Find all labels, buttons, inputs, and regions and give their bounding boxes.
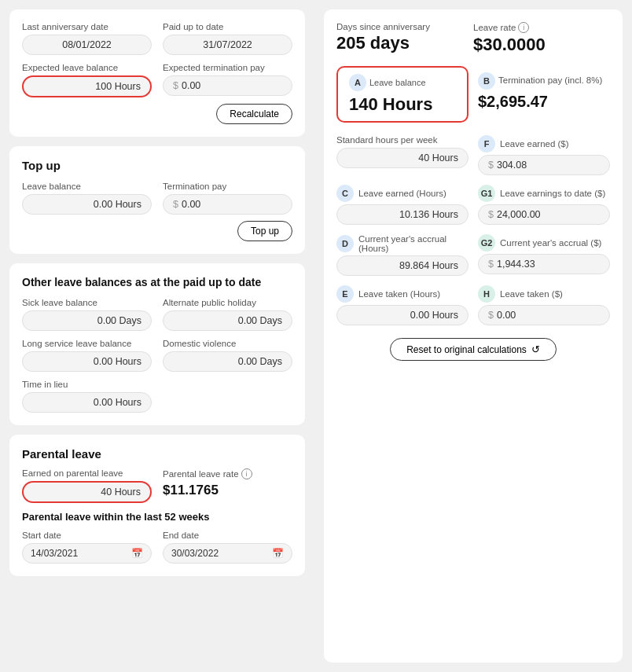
parental-leave-rate-info-icon[interactable]: i [241,468,252,479]
topup-dollar-symbol: $ [173,199,178,210]
leave-earnings-to-date-header: G1 Leave earnings to date ($) [478,185,610,202]
leave-taken-hours-value[interactable]: 0.00 Hours [336,305,468,325]
start-date-label: Start date [22,531,152,540]
leave-balance-label: Leave balance [369,78,426,87]
standard-hours-label: Standard hours per week [336,135,468,145]
leave-earned-dollar-amount: 304.08 [497,160,527,171]
standard-hours-value[interactable]: 40 Hours [336,148,468,168]
current-year-accrual-dollars-field: G2 Current year's accrual ($) $ 1,944.33 [478,234,610,276]
topup-termination-pay-label: Termination pay [163,182,292,191]
alt-public-holiday-value[interactable]: 0.00 Days [163,310,292,331]
leave-earned-hours-field: C Leave earned (Hours) 10.136 Hours [336,185,468,225]
accrual-dollar-sym: $ [488,259,494,270]
leave-earnings-dollar-sym: $ [488,209,494,220]
leave-taken-dollars-value[interactable]: $ 0.00 [478,305,610,325]
domestic-violence-field: Domestic violence 0.00 Days [163,339,292,372]
current-year-accrual-hours-label: Current year's accrual (Hours) [358,234,468,253]
expected-termination-pay-value[interactable]: $ 0.00 [163,75,292,96]
leave-earnings-to-date-badge: G1 [478,185,495,202]
leave-earnings-amount: 24,000.00 [497,209,541,220]
termination-pay-amount: 0.00 [182,80,200,91]
topup-title: Top up [22,159,292,172]
reset-icon: ↺ [531,343,540,355]
current-year-accrual-dollars-header: G2 Current year's accrual ($) [478,234,610,252]
dollar-symbol: $ [173,80,178,91]
leave-rate-label: Leave rate i [473,22,610,33]
expected-leave-balance-value[interactable]: 100 Hours [22,75,152,97]
alt-public-holiday-field: Alternate public holiday 0.00 Days [163,298,292,331]
parental-leave-rate-field: Parental leave rate i $11.1765 [163,468,292,503]
reset-btn-row: Reset to original calculations ↺ [336,338,610,361]
earned-on-parental-leave-field: Earned on parental leave 40 Hours [22,468,152,503]
leave-earnings-to-date-value[interactable]: $ 24,000.00 [478,204,610,225]
domestic-violence-value[interactable]: 0.00 Days [163,351,292,372]
topup-termination-pay-field: Termination pay $ 0.00 [163,182,292,215]
expected-termination-pay-label: Expected termination pay [163,63,292,72]
last-anniversary-field: Last anniversary date 08/01/2022 [22,22,152,55]
leave-taken-hours-header: E Leave taken (Hours) [336,285,468,303]
sick-leave-label: Sick leave balance [22,298,152,307]
last-anniversary-value[interactable]: 08/01/2022 [22,35,152,55]
expected-leave-balance-label: Expected leave balance [22,63,152,72]
leave-earned-dollars-header: F Leave earned ($) [478,135,610,152]
days-since-anniversary-stat: Days since anniversary 205 days [336,22,473,55]
leave-rate-stat: Leave rate i $30.0000 [473,22,610,55]
recalculate-button[interactable]: Recalculate [216,104,292,124]
parental-leave-rate-label: Parental leave rate i [163,468,292,479]
paid-up-to-date-label: Paid up to date [163,22,292,31]
termination-pay-label: Termination pay (incl. 8%) [498,75,602,85]
current-year-accrual-dollars-value[interactable]: $ 1,944.33 [478,254,610,274]
topup-leave-balance-value[interactable]: 0.00 Hours [22,194,152,215]
leave-rate-info-icon[interactable]: i [518,22,529,33]
time-in-lieu-field: Time in lieu 0.00 Hours [22,380,152,413]
leave-taken-dollar-amount: 0.00 [497,310,516,321]
earned-on-parental-leave-value[interactable]: 40 Hours [22,481,152,503]
paid-up-to-date-value[interactable]: 31/07/2022 [163,35,292,55]
current-year-accrual-hours-value[interactable]: 89.864 Hours [336,255,468,276]
end-date-calendar-icon: 📅 [272,548,284,559]
end-date-value: 30/03/2022 [171,548,219,559]
leave-taken-hours-badge: E [336,285,354,303]
leave-taken-hours-label: Leave taken (Hours) [358,289,440,299]
start-date-field: Start date 14/03/2021 📅 [22,531,152,564]
leave-earned-dollars-value[interactable]: $ 304.08 [478,155,610,175]
termination-pay-badge: B [478,72,495,90]
leave-earnings-to-date-label: Leave earnings to date ($) [500,189,605,198]
leave-earned-dollars-field: F Leave earned ($) $ 304.08 [478,135,610,175]
reset-button[interactable]: Reset to original calculations ↺ [390,338,557,361]
topup-button[interactable]: Top up [237,221,292,241]
expected-leave-balance-field: Expected leave balance 100 Hours [22,63,152,97]
alt-public-holiday-label: Alternate public holiday [163,298,292,307]
long-service-leave-field: Long service leave balance 0.00 Hours [22,339,152,372]
parental-leave-within-label: Parental leave within the last 52 weeks [22,511,292,523]
earned-on-parental-leave-label: Earned on parental leave [22,468,152,478]
current-year-accrual-hours-badge: D [336,235,354,252]
topup-card: Top up Leave balance 0.00 Hours Terminat… [9,146,305,254]
long-service-leave-value[interactable]: 0.00 Hours [22,351,152,372]
reset-button-label: Reset to original calculations [406,344,527,355]
leave-earned-hours-header: C Leave earned (Hours) [336,185,468,202]
start-date-value: 14/03/2021 [31,548,78,559]
right-inner-card: Days since anniversary 205 days Leave ra… [324,9,623,663]
end-date-input[interactable]: 30/03/2022 📅 [163,543,292,564]
leave-taken-dollars-field: H Leave taken ($) $ 0.00 [478,285,610,325]
sick-leave-value[interactable]: 0.00 Days [22,310,152,331]
current-year-accrual-dollars-badge: G2 [478,234,495,252]
left-panel: Last anniversary date 08/01/2022 Paid up… [0,0,314,672]
topup-leave-balance-label: Leave balance [22,182,152,191]
topup-leave-balance-field: Leave balance 0.00 Hours [22,182,152,215]
start-date-input[interactable]: 14/03/2021 📅 [22,543,152,564]
leave-taken-dollar-sym: $ [488,310,494,321]
leave-earned-hours-label: Leave earned (Hours) [358,189,446,198]
leave-rate-value: $30.0000 [473,35,610,55]
other-leave-title: Other leave balances as at the paid up t… [22,276,292,288]
right-panel: Days since anniversary 205 days Leave ra… [314,0,632,672]
leave-earned-hours-value[interactable]: 10.136 Hours [336,204,468,225]
leave-taken-hours-field: E Leave taken (Hours) 0.00 Hours [336,285,468,325]
current-year-accrual-dollars-label: Current year's accrual ($) [500,238,601,248]
parental-leave-title: Parental leave [22,447,292,461]
days-since-anniversary-label: Days since anniversary [336,22,473,31]
topup-termination-pay-value[interactable]: $ 0.00 [163,194,292,215]
accrual-dollar-amount: 1,944.33 [497,259,535,270]
time-in-lieu-value[interactable]: 0.00 Hours [22,392,152,413]
